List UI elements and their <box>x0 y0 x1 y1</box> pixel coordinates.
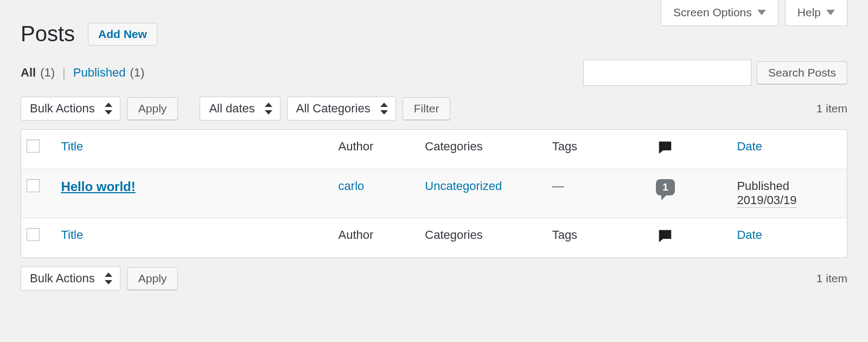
apply-button[interactable]: Apply <box>127 97 178 120</box>
category-filter-label: All Categories <box>296 102 371 116</box>
screen-options-tab[interactable]: Screen Options <box>661 0 778 26</box>
row-checkbox[interactable] <box>27 179 40 192</box>
filter-all-label[interactable]: All <box>21 66 36 80</box>
post-category-link[interactable]: Uncategorized <box>425 179 502 193</box>
date-filter-select[interactable]: All dates <box>200 97 280 121</box>
column-tags: Tags <box>547 130 651 169</box>
filter-published-link[interactable]: Published <box>73 66 126 80</box>
column-tags-footer: Tags <box>547 218 651 258</box>
search-posts-button[interactable]: Search Posts <box>757 61 847 84</box>
comments-icon <box>656 228 674 248</box>
post-tags: — <box>552 179 564 193</box>
column-categories: Categories <box>419 130 546 169</box>
help-label: Help <box>797 6 821 19</box>
post-date-value: 2019/03/19 <box>737 193 796 208</box>
page-title: Posts <box>21 22 75 46</box>
select-all-checkbox[interactable] <box>27 140 40 153</box>
date-filter-label: All dates <box>209 102 254 116</box>
separator: | <box>59 66 69 80</box>
caret-down-icon <box>757 10 766 15</box>
status-filter-links: All (1) | Published (1) <box>21 66 144 80</box>
caret-down-icon <box>826 10 835 15</box>
bulk-actions-label: Bulk Actions <box>30 102 95 116</box>
post-title-link[interactable]: Hello world! <box>61 179 135 194</box>
bulk-actions-select-bottom[interactable]: Bulk Actions <box>21 267 120 290</box>
item-count: 1 item <box>816 102 847 115</box>
search-input[interactable] <box>583 60 751 86</box>
column-title-footer[interactable]: Title <box>61 228 83 242</box>
filter-button[interactable]: Filter <box>403 97 451 120</box>
bulk-actions-label-bottom: Bulk Actions <box>30 271 95 286</box>
help-tab[interactable]: Help <box>785 0 847 26</box>
column-date-footer[interactable]: Date <box>737 228 762 242</box>
screen-options-label: Screen Options <box>673 6 752 19</box>
category-filter-select[interactable]: All Categories <box>287 97 396 121</box>
bulk-actions-select[interactable]: Bulk Actions <box>21 97 120 121</box>
filter-all-count: (1) <box>40 66 55 80</box>
add-new-button[interactable]: Add New <box>88 23 157 46</box>
apply-button-bottom[interactable]: Apply <box>127 267 178 290</box>
column-author: Author <box>333 130 420 169</box>
table-row: Hello world! carlo Uncategorized — 1 Pub… <box>21 169 847 218</box>
column-title[interactable]: Title <box>61 140 83 153</box>
post-author-link[interactable]: carlo <box>339 179 365 193</box>
select-all-checkbox-bottom[interactable] <box>27 228 40 241</box>
posts-table: Title Author Categories Tags Date Hello … <box>21 129 847 258</box>
column-date[interactable]: Date <box>737 140 762 153</box>
column-author-footer: Author <box>333 218 420 258</box>
comments-icon <box>656 140 674 159</box>
filter-published-count: (1) <box>130 66 144 80</box>
comment-count-bubble[interactable]: 1 <box>656 179 675 195</box>
post-date-status: Published <box>737 179 841 193</box>
item-count-bottom: 1 item <box>816 272 847 285</box>
column-categories-footer: Categories <box>419 218 546 258</box>
